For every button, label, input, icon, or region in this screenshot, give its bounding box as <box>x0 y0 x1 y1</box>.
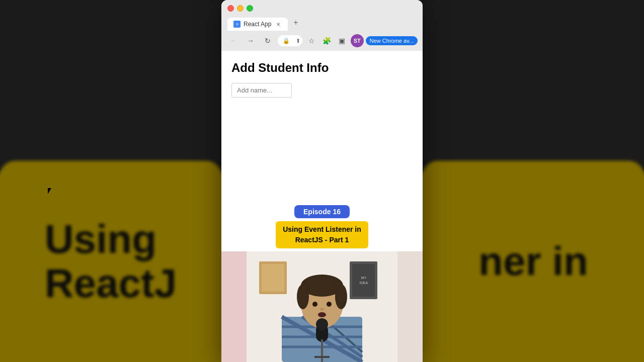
bookmark-icon[interactable]: ☆ <box>305 34 318 47</box>
video-content-svg: MY IDEA <box>221 251 423 362</box>
svg-point-21 <box>327 302 332 307</box>
bg-overlay-left <box>0 0 221 362</box>
bg-overlay-right <box>423 0 644 362</box>
video-thumbnail: MY IDEA <box>221 251 423 362</box>
title-bar: ⚛ React App ✕ + <box>221 0 423 31</box>
svg-point-25 <box>316 318 328 330</box>
tab-title: React App <box>244 21 272 28</box>
traffic-lights <box>227 5 417 12</box>
svg-rect-6 <box>352 264 375 297</box>
tab-close-button[interactable]: ✕ <box>275 21 282 28</box>
sidebar-icon[interactable]: ▣ <box>336 34 349 47</box>
browser-tab[interactable]: ⚛ React App ✕ <box>227 18 288 31</box>
video-title-overlay: Using Event Listener in ReactJS - Part 1 <box>276 221 368 248</box>
svg-point-18 <box>297 284 309 309</box>
svg-rect-4 <box>262 264 284 292</box>
reload-button[interactable]: ↻ <box>261 34 275 48</box>
svg-text:IDEA: IDEA <box>360 281 368 285</box>
extensions-icon[interactable]: 🧩 <box>320 34 334 47</box>
minimize-button[interactable] <box>237 5 244 12</box>
new-chrome-button[interactable]: New Chrome av... <box>366 36 418 45</box>
address-bar[interactable]: 🔒 loc... ⬆ <box>278 35 302 46</box>
svg-point-23 <box>318 312 326 317</box>
back-button[interactable]: ← <box>226 34 240 48</box>
svg-point-20 <box>312 302 317 307</box>
browser-window: ⚛ React App ✕ + ← → ↻ 🔒 loc... ⬆ ☆ 🧩 ▣ S… <box>221 0 423 362</box>
tab-bar: ⚛ React App ✕ + <box>227 16 417 31</box>
new-tab-button[interactable]: + <box>289 16 303 30</box>
lock-icon: 🔒 <box>283 38 290 44</box>
page-content: Add Student Info Episode 16 Using Event … <box>221 51 423 362</box>
forward-button[interactable]: → <box>244 34 258 48</box>
page-inner: Add Student Info <box>221 51 423 205</box>
tab-favicon: ⚛ <box>233 21 240 28</box>
navigation-bar: ← → ↻ 🔒 loc... ⬆ ☆ 🧩 ▣ ST New Chrome av.… <box>221 31 423 51</box>
share-icon: ⬆ <box>296 38 300 44</box>
episode-badge: Episode 16 <box>294 205 350 218</box>
page-heading: Add Student Info <box>231 61 413 75</box>
svg-point-22 <box>320 308 324 311</box>
profile-button[interactable]: ST <box>351 34 364 47</box>
svg-text:MY: MY <box>361 276 367 280</box>
maximize-button[interactable] <box>247 5 253 12</box>
svg-point-19 <box>335 284 347 309</box>
nav-actions: ☆ 🧩 ▣ ST New Chrome av... <box>305 34 418 47</box>
svg-rect-26 <box>321 339 323 362</box>
name-input[interactable] <box>231 83 292 98</box>
video-section: Episode 16 Using Event Listener in React… <box>221 205 423 362</box>
close-button[interactable] <box>227 5 234 12</box>
